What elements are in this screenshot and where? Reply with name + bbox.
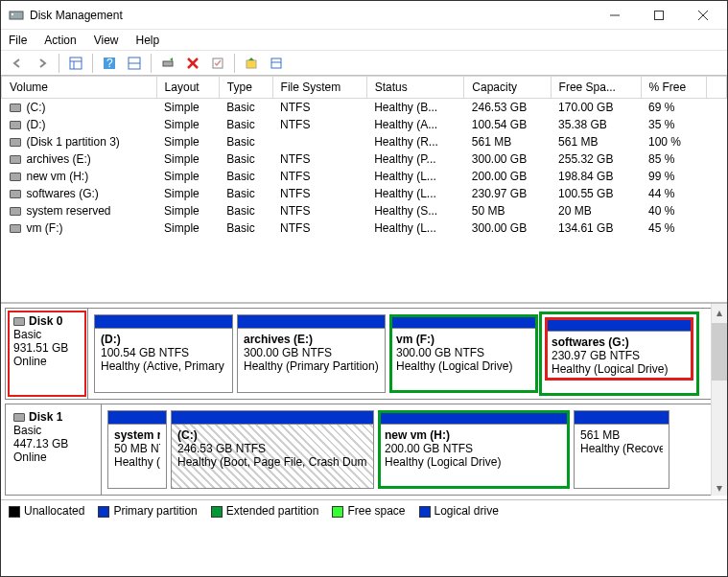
legend: Unallocated Primary partition Extended p… — [1, 499, 727, 521]
drive-icon — [13, 413, 25, 422]
column-header[interactable]: % Free — [641, 77, 707, 99]
delete-button[interactable] — [182, 53, 203, 74]
column-header[interactable]: Status — [366, 77, 464, 99]
drive-icon — [10, 224, 21, 233]
volume-row[interactable]: new vm (H:) SimpleBasicNTFSHealthy (L...… — [2, 168, 727, 185]
volume-row[interactable]: (Disk 1 partition 3) SimpleBasicHealthy … — [2, 133, 727, 150]
drive-icon — [10, 207, 21, 216]
column-header[interactable]: Capacity — [464, 77, 551, 99]
minimize-button[interactable] — [593, 1, 637, 30]
legend-unallocated: Unallocated — [9, 504, 84, 518]
titlebar: Disk Management — [1, 1, 727, 30]
partition[interactable]: (D:)100.54 GB NTFSHealthy (Active, Prima… — [94, 314, 233, 393]
menu-file[interactable]: File — [7, 32, 29, 49]
menu-view[interactable]: View — [92, 32, 121, 49]
toolbar-separator — [234, 54, 235, 73]
drive-icon — [13, 317, 25, 326]
vertical-scrollbar[interactable]: ▴ ▾ — [711, 304, 727, 496]
close-button[interactable] — [681, 1, 725, 30]
drive-icon — [10, 173, 21, 181]
drive-icon — [10, 138, 21, 147]
column-header[interactable]: Type — [219, 77, 272, 99]
legend-logical: Logical drive — [419, 504, 499, 518]
volume-row[interactable]: system reserved SimpleBasicNTFSHealthy (… — [2, 202, 727, 219]
action1-button[interactable] — [241, 53, 262, 74]
volume-list[interactable]: VolumeLayoutTypeFile SystemStatusCapacit… — [1, 76, 727, 302]
disk-row: Disk 1 Basic447.13 GBOnlinesystem re50 M… — [5, 404, 723, 496]
column-header[interactable]: Volume — [2, 77, 157, 99]
refresh-button[interactable] — [157, 53, 178, 74]
legend-extended: Extended partition — [211, 504, 319, 518]
app-icon — [9, 8, 24, 23]
partition[interactable]: (C:)246.53 GB NTFSHealthy (Boot, Page Fi… — [171, 410, 374, 489]
action2-button[interactable] — [266, 53, 287, 74]
settings-button[interactable] — [124, 53, 145, 74]
legend-primary: Primary partition — [98, 504, 197, 518]
disk-layout-panel: Disk 0 Basic931.51 GBOnline(D:)100.54 GB… — [1, 302, 727, 496]
drive-icon — [10, 121, 21, 129]
legend-free: Free space — [332, 504, 405, 518]
toolbar-separator — [151, 54, 152, 73]
scroll-down-button[interactable]: ▾ — [712, 479, 727, 496]
svg-rect-6 — [70, 58, 82, 69]
menubar: File Action View Help — [1, 30, 727, 51]
forward-button[interactable] — [32, 53, 53, 74]
column-header[interactable]: File System — [272, 77, 366, 99]
svg-text:?: ? — [106, 57, 113, 70]
scroll-up-button[interactable]: ▴ — [712, 304, 727, 320]
toolbar-separator — [59, 54, 59, 73]
volume-row[interactable]: (C:) SimpleBasicNTFSHealthy (B... 246.53… — [2, 99, 727, 117]
volume-row[interactable]: archives (E:) SimpleBasicNTFSHealthy (P.… — [2, 150, 727, 168]
disk-header[interactable]: Disk 1 Basic447.13 GBOnline — [6, 404, 102, 495]
help-button[interactable]: ? — [99, 53, 120, 74]
drive-icon — [10, 190, 21, 198]
volume-row[interactable]: vm (F:) SimpleBasicNTFSHealthy (L... 300… — [2, 219, 727, 237]
svg-rect-17 — [247, 60, 256, 68]
window-title: Disk Management — [30, 9, 593, 22]
partition[interactable]: new vm (H:)200.00 GB NTFSHealthy (Logica… — [378, 410, 570, 489]
svg-rect-13 — [163, 61, 173, 66]
column-header[interactable]: Free Spa... — [551, 77, 641, 99]
back-button[interactable] — [7, 53, 28, 74]
scroll-thumb[interactable] — [712, 323, 727, 381]
column-header[interactable]: Layout — [156, 77, 219, 99]
drive-icon — [10, 104, 21, 112]
partition[interactable]: softwares (G:)230.97 GB NTFSHealthy (Log… — [545, 317, 693, 381]
svg-rect-18 — [271, 58, 281, 68]
menu-help[interactable]: Help — [134, 32, 162, 49]
partition[interactable]: archives (E:)300.00 GB NTFSHealthy (Prim… — [237, 314, 386, 393]
disk-row: Disk 0 Basic931.51 GBOnline(D:)100.54 GB… — [5, 308, 723, 400]
column-header-spacer — [707, 77, 727, 99]
svg-rect-3 — [655, 11, 664, 19]
layout-button[interactable] — [65, 53, 86, 74]
volume-row[interactable]: softwares (G:) SimpleBasicNTFSHealthy (L… — [2, 185, 727, 202]
svg-rect-1 — [12, 13, 13, 15]
toolbar-separator — [92, 54, 93, 73]
volume-row[interactable]: (D:) SimpleBasicNTFSHealthy (A... 100.54… — [2, 116, 727, 133]
maximize-button[interactable] — [637, 1, 681, 30]
toolbar: ? — [1, 51, 727, 76]
partition[interactable]: system re50 MB NTHealthy (S — [107, 410, 167, 489]
menu-action[interactable]: Action — [42, 32, 78, 49]
disk-header[interactable]: Disk 0 Basic931.51 GBOnline — [6, 309, 88, 399]
properties-button[interactable] — [207, 53, 228, 74]
partition[interactable]: vm (F:)300.00 GB NTFSHealthy (Logical Dr… — [389, 314, 538, 393]
partition[interactable]: 561 MBHealthy (Recovery — [574, 410, 669, 489]
drive-icon — [10, 155, 21, 164]
